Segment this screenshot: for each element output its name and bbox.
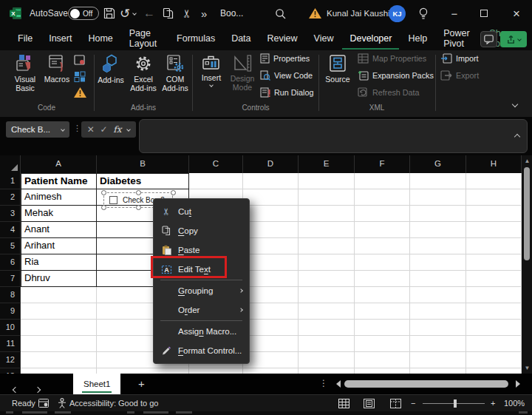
cell-D4[interactable] xyxy=(243,222,299,238)
cell-B13[interactable] xyxy=(97,368,189,374)
cell-D11[interactable] xyxy=(243,336,299,352)
tab-developer[interactable]: Developer xyxy=(342,28,399,50)
cell-G5[interactable] xyxy=(410,238,466,254)
cell-F2[interactable] xyxy=(355,189,410,206)
expansion-packs-button[interactable]: Expansion Packs xyxy=(358,70,434,81)
scroll-down-icon[interactable]: ▼ xyxy=(525,365,531,371)
cell-D5[interactable] xyxy=(243,238,299,254)
tab-review[interactable]: Review xyxy=(260,28,305,50)
cell-H6[interactable] xyxy=(466,254,522,271)
quick-access-overflow-icon[interactable]: » xyxy=(201,0,207,27)
cell-E11[interactable] xyxy=(299,336,355,352)
cell-E13[interactable] xyxy=(299,368,355,374)
status-mode[interactable]: Ready xyxy=(12,395,35,411)
cell-G4[interactable] xyxy=(410,222,466,238)
cell-G1[interactable] xyxy=(410,173,466,189)
cell-E1[interactable] xyxy=(299,173,355,189)
cell-F3[interactable] xyxy=(355,206,410,222)
cell-H13[interactable] xyxy=(466,368,522,374)
formula-input[interactable] xyxy=(139,119,528,153)
cell-D3[interactable] xyxy=(243,206,299,222)
cell-A7[interactable]: Dhruv xyxy=(21,271,97,287)
cancel-entry-icon[interactable]: ✕ xyxy=(87,124,95,135)
confirm-entry-icon[interactable]: ✓ xyxy=(100,124,108,135)
cell-F4[interactable] xyxy=(355,222,410,238)
sheet-tab-sheet1[interactable]: Sheet1 xyxy=(73,374,120,394)
row-header-1[interactable]: 1 xyxy=(0,173,21,189)
menu-item-cut[interactable]: ✂ Cut xyxy=(154,202,249,221)
cell-F5[interactable] xyxy=(355,238,410,254)
zoom-in-button[interactable]: + xyxy=(491,395,495,411)
cell-A5[interactable]: Arihant xyxy=(21,238,97,254)
cell-G9[interactable] xyxy=(410,303,466,320)
cell-A6[interactable]: Ria xyxy=(21,254,97,271)
tab-insert[interactable]: Insert xyxy=(41,28,79,50)
column-header-G[interactable]: G xyxy=(410,155,466,173)
column-header-D[interactable]: D xyxy=(243,155,299,173)
name-box-splitter-icon[interactable]: ⋮ xyxy=(73,124,81,133)
cell-E9[interactable] xyxy=(299,303,355,320)
tab-view[interactable]: View xyxy=(307,28,341,50)
cell-H2[interactable] xyxy=(466,189,522,206)
column-header-B[interactable]: B xyxy=(97,155,189,173)
new-sheet-button[interactable]: + xyxy=(138,377,145,390)
menu-item-assign-macro[interactable]: Assign Macro... xyxy=(154,322,249,341)
properties-button[interactable]: Properties xyxy=(260,53,310,64)
cell-H3[interactable] xyxy=(466,206,522,222)
cell-A11[interactable] xyxy=(21,336,97,352)
import-button[interactable]: Import xyxy=(440,53,479,64)
menu-item-paste[interactable]: Paste xyxy=(154,240,249,260)
accessibility-icon[interactable] xyxy=(58,395,66,411)
visual-basic-button[interactable]: Visual Basic xyxy=(7,54,43,93)
cell-D9[interactable] xyxy=(243,303,299,320)
comments-button[interactable] xyxy=(480,31,497,47)
collapse-ribbon-chevron-icon[interactable] xyxy=(513,96,517,109)
collapse-formula-bar-chevron-icon[interactable] xyxy=(515,129,519,142)
name-box[interactable]: Check B... xyxy=(6,121,69,138)
cell-B1[interactable]: Diabetes xyxy=(97,173,189,189)
cell-E12[interactable] xyxy=(299,352,355,368)
selection-handle[interactable] xyxy=(171,190,176,195)
run-dialog-button[interactable]: Run Dialog xyxy=(260,87,313,98)
selection-handle[interactable] xyxy=(136,190,141,195)
row-header-5[interactable]: 5 xyxy=(0,238,21,254)
cell-D13[interactable] xyxy=(243,368,299,374)
cell-D2[interactable] xyxy=(243,189,299,206)
normal-view-button[interactable] xyxy=(334,395,353,411)
column-header-A[interactable]: A xyxy=(21,155,97,173)
selection-handle[interactable] xyxy=(101,205,106,210)
row-header-12[interactable]: 12 xyxy=(0,352,21,368)
zoom-slider-thumb[interactable] xyxy=(454,399,457,408)
row-header-9[interactable]: 9 xyxy=(0,303,21,320)
cell-D6[interactable] xyxy=(243,254,299,271)
hscroll-left-arrow-icon[interactable] xyxy=(336,380,341,388)
cell-F7[interactable] xyxy=(355,271,410,287)
com-add-ins-button[interactable]: COM Add-ins xyxy=(159,54,191,93)
cell-A10[interactable] xyxy=(21,320,97,336)
insert-function-icon[interactable]: fx xyxy=(113,124,121,135)
record-macro-status-icon[interactable] xyxy=(38,395,49,411)
cell-A1[interactable]: Patient Name xyxy=(21,173,97,189)
cell-G8[interactable] xyxy=(410,287,466,303)
macros-button[interactable]: Macros xyxy=(41,54,72,84)
cell-E10[interactable] xyxy=(299,320,355,336)
zoom-level[interactable]: 100% xyxy=(504,395,525,411)
cell-A3[interactable]: Mehak xyxy=(21,206,97,222)
tab-file[interactable]: File xyxy=(10,28,40,50)
zoom-out-button[interactable]: − xyxy=(411,395,415,411)
row-header-7[interactable]: 7 xyxy=(0,271,21,287)
column-header-E[interactable]: E xyxy=(299,155,355,173)
cell-A2[interactable]: Animesh xyxy=(21,189,97,206)
cell-D12[interactable] xyxy=(243,352,299,368)
use-relative-references-button[interactable] xyxy=(74,71,86,82)
menu-item-edit-text[interactable]: A Edit Text xyxy=(154,260,249,279)
cell-C1[interactable] xyxy=(189,173,243,189)
cell-E6[interactable] xyxy=(299,254,355,271)
column-header-H[interactable]: H xyxy=(466,155,522,173)
document-title[interactable]: Boo... xyxy=(220,0,243,27)
autosave-toggle[interactable]: Off xyxy=(68,0,99,27)
cell-E4[interactable] xyxy=(299,222,355,238)
selection-handle[interactable] xyxy=(136,205,141,210)
cell-F10[interactable] xyxy=(355,320,410,336)
selection-handle[interactable] xyxy=(101,190,106,195)
